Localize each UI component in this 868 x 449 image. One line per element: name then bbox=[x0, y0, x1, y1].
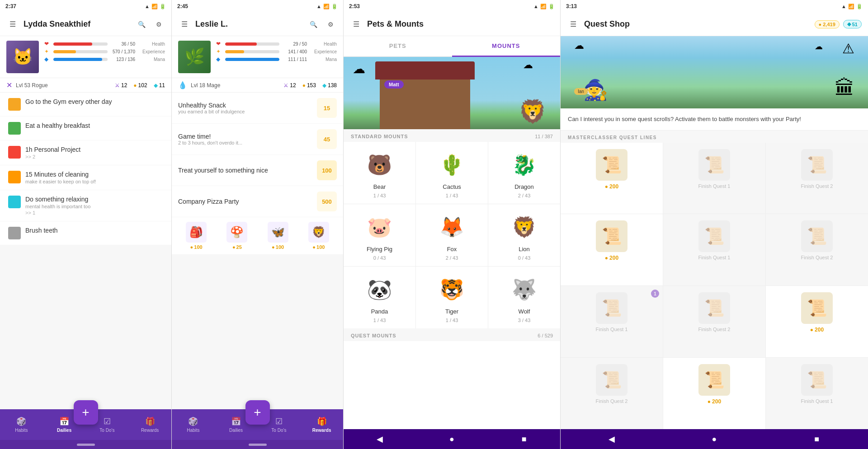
quest-item-5: 📜 Finish Quest 1 bbox=[663, 214, 765, 285]
mount-panda[interactable]: 🐼 Panda 1 / 43 bbox=[344, 267, 415, 328]
square-4[interactable]: ■ bbox=[810, 432, 824, 446]
quest-item-1[interactable]: 📜 ● 200 bbox=[561, 143, 663, 214]
cloud-icon: ☁ bbox=[353, 61, 365, 76]
stall-roof bbox=[375, 61, 475, 80]
quest-scroll-2: 📜 bbox=[698, 149, 730, 181]
task-item-5[interactable]: Do something relaxing mental health is i… bbox=[0, 190, 171, 221]
quest-scroll-3: 📜 bbox=[801, 149, 833, 181]
cur-tasks-1: 12 bbox=[121, 82, 127, 89]
back-arrow-4[interactable]: ◀ bbox=[605, 432, 618, 446]
todos-icon-2: ☑ bbox=[275, 416, 283, 426]
nav-habits-1[interactable]: 🎲 Habits bbox=[0, 409, 43, 440]
mount-wolf[interactable]: 🐺 Wolf 3 / 43 bbox=[488, 267, 560, 328]
mounts-grid-3: 🐻 Bear 1 / 43 🌵 Cactus 1 / 43 🐉 Dragon 2… bbox=[344, 142, 560, 328]
class-icon-1: ✕ bbox=[6, 81, 12, 89]
nav-habits-2[interactable]: 🎲 Habits bbox=[172, 409, 215, 440]
char-stats-1: ❤ 36 / 50 Health ✦ 570 / 1,370 Experienc… bbox=[44, 41, 165, 73]
shop-price-2: ● 25 bbox=[232, 244, 242, 250]
task-item-2[interactable]: Eat a healthy breakfast bbox=[0, 117, 171, 140]
task-item-1[interactable]: Go to the Gym every other day bbox=[0, 93, 171, 116]
nav-rewards-1[interactable]: 🎁 Rewards bbox=[128, 409, 171, 440]
quest-item-11[interactable]: 📜 ● 200 bbox=[663, 358, 765, 429]
quest-price-1: ● 200 bbox=[605, 183, 618, 190]
mount-cactus[interactable]: 🌵 Cactus 1 / 43 bbox=[416, 142, 488, 204]
reward-item-1[interactable]: Unhealthy Snack you earned a bit of indu… bbox=[172, 93, 343, 123]
dailies-label-2: Dailies bbox=[229, 428, 243, 433]
mount-tiger[interactable]: 🐯 Tiger 1 / 43 bbox=[416, 267, 488, 328]
signal-icon: 📶 bbox=[151, 4, 158, 9]
task-title-3: 1h Personal Project bbox=[25, 146, 165, 153]
char-stats-2: ❤ 29 / 50 Health ✦ 141 / 400 Experience … bbox=[216, 41, 337, 73]
time-2: 2:45 bbox=[177, 3, 188, 9]
nav-arrows-3: ◀ ● ■ bbox=[344, 429, 560, 449]
menu-icon-4[interactable] bbox=[567, 18, 580, 31]
quest-item-9[interactable]: 📜 ● 200 bbox=[766, 286, 868, 357]
currency-1: ⚔12 ●102 ◆11 bbox=[115, 82, 165, 89]
fab-1[interactable]: + bbox=[74, 400, 98, 425]
task-item-6[interactable]: Brush teeth bbox=[0, 221, 171, 245]
tab-mounts[interactable]: MOUNTS bbox=[452, 36, 561, 57]
top-bar-2: Leslie L. bbox=[172, 13, 343, 36]
mount-name-dragon: Dragon bbox=[514, 183, 534, 190]
task-item-4[interactable]: 15 Minutes of cleaning make it easier to… bbox=[0, 165, 171, 190]
square-3[interactable]: ■ bbox=[517, 432, 531, 446]
currency-2: ⚔12 ●153 ◆138 bbox=[283, 82, 337, 89]
exp-value-2: 141 / 400 bbox=[282, 49, 307, 54]
menu-icon-3[interactable] bbox=[350, 18, 363, 31]
section-header-standard: STANDARD MOUNTS 11 / 387 bbox=[344, 129, 560, 142]
task-counter-3: >> 2 bbox=[25, 154, 165, 159]
habits-label-2: Habits bbox=[187, 428, 199, 433]
filter-button-1[interactable] bbox=[152, 18, 165, 31]
task-item-3[interactable]: 1h Personal Project >> 2 bbox=[0, 140, 171, 165]
search-button-1[interactable] bbox=[135, 18, 148, 31]
nav-rewards-2[interactable]: 🎁 Rewards bbox=[300, 409, 343, 440]
shop-item-4[interactable]: 🦁 ● 100 bbox=[301, 222, 337, 250]
task-color-1 bbox=[8, 98, 21, 111]
mount-img-lion: 🦁 bbox=[509, 211, 540, 243]
home-circle-3[interactable]: ● bbox=[445, 432, 458, 446]
mount-flyingpig[interactable]: 🐷 Flying Pig 0 / 43 bbox=[344, 204, 415, 266]
reward-item-4[interactable]: Company Pizza Party 500 bbox=[172, 186, 343, 217]
search-button-2[interactable] bbox=[307, 18, 320, 31]
filter-button-2[interactable] bbox=[324, 18, 337, 31]
home-circle-4[interactable]: ● bbox=[708, 432, 721, 446]
mount-count-cactus: 1 / 43 bbox=[446, 193, 458, 198]
panel-title-1: Lydda Sneakthief bbox=[24, 19, 131, 29]
menu-icon-2[interactable] bbox=[178, 18, 191, 31]
cur-gems-2: 138 bbox=[328, 82, 337, 89]
status-icons-1: ▲ 📶 🔋 bbox=[145, 4, 166, 9]
reward-item-2[interactable]: Game time! 2 to 3 hours, don't overdo it… bbox=[172, 124, 343, 154]
quest-item-4[interactable]: 📜 ● 200 bbox=[561, 214, 663, 285]
level-text-2: Lvl 18 Mage bbox=[191, 82, 220, 89]
quest-label-10: Finish Quest 2 bbox=[596, 398, 628, 404]
wifi-icon: ▲ bbox=[145, 4, 150, 9]
task-sub-5: mental health is important too bbox=[25, 204, 165, 209]
time-1: 2:37 bbox=[5, 3, 16, 9]
back-arrow-3[interactable]: ◀ bbox=[373, 432, 387, 446]
quest-item-12: 📜 Finish Quest 1 bbox=[766, 358, 868, 429]
mount-lion[interactable]: 🦁 Lion 0 / 43 bbox=[488, 204, 560, 266]
reward-item-3[interactable]: Treat yourself to something nice 100 bbox=[172, 155, 343, 186]
shop-item-1[interactable]: 🎒 ● 100 bbox=[178, 222, 214, 250]
home-indicator-1 bbox=[0, 440, 171, 449]
mount-name-tiger: Tiger bbox=[445, 308, 458, 315]
panel-quest: 3:13 ▲ 📶 🔋 Quest Shop ● 2,419 ◆ 51 ☁ ☁ 🏛 bbox=[561, 0, 868, 449]
fab-2[interactable]: + bbox=[245, 400, 270, 425]
mount-img-flyingpig: 🐷 bbox=[364, 211, 396, 243]
habits-icon-2: 🎲 bbox=[188, 416, 198, 426]
menu-icon-1[interactable] bbox=[6, 18, 19, 31]
mount-fox[interactable]: 🦊 Fox 2 / 43 bbox=[416, 204, 488, 266]
mount-bear[interactable]: 🐻 Bear 1 / 43 bbox=[344, 142, 415, 204]
tab-pets[interactable]: PETS bbox=[344, 36, 452, 56]
quest-badge-7: 1 bbox=[651, 290, 659, 298]
shop-item-3[interactable]: 🦋 ● 100 bbox=[260, 222, 296, 250]
mount-img-cactus: 🌵 bbox=[436, 149, 468, 181]
mount-count-dragon: 2 / 43 bbox=[518, 193, 531, 198]
quest-item-6: 📜 Finish Quest 2 bbox=[766, 214, 868, 285]
shop-item-2[interactable]: 🍄 ● 25 bbox=[219, 222, 255, 250]
quest-item-8: 📜 Finish Quest 2 bbox=[663, 286, 765, 357]
quest-label-8: Finish Quest 2 bbox=[698, 327, 731, 332]
mount-count-wolf: 3 / 43 bbox=[518, 318, 531, 323]
treasure-q: ⚠ bbox=[842, 41, 854, 56]
mount-dragon[interactable]: 🐉 Dragon 2 / 43 bbox=[488, 142, 560, 204]
